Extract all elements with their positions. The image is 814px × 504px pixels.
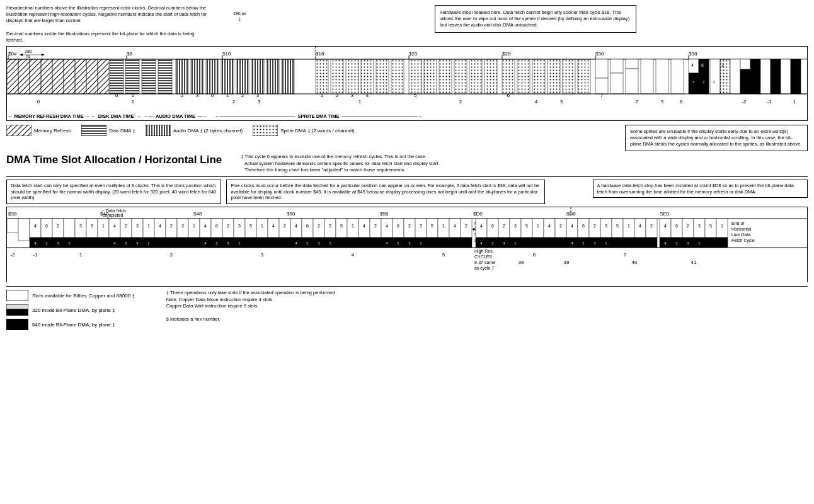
svg-text:5: 5 <box>249 224 252 228</box>
svg-rect-225 <box>256 238 268 248</box>
svg-text:38: 38 <box>519 260 524 265</box>
svg-rect-228 <box>290 219 302 238</box>
svg-rect-358 <box>705 219 716 238</box>
svg-text:280: 280 <box>25 49 32 54</box>
svg-rect-360 <box>716 219 728 238</box>
svg-rect-31 <box>64 59 75 94</box>
svg-text:1: 1 <box>79 252 83 258</box>
svg-rect-43 <box>206 59 219 94</box>
legend-memory: Memory Refresh <box>6 125 71 136</box>
svg-text:2: 2 <box>374 224 377 228</box>
svg-rect-180 <box>154 219 166 238</box>
svg-rect-238 <box>347 219 358 238</box>
svg-rect-102 <box>750 59 760 94</box>
svg-rect-174 <box>120 219 132 238</box>
svg-rect-234 <box>324 219 336 238</box>
svg-rect-105 <box>781 59 791 94</box>
svg-text:8-37 same: 8-37 same <box>474 260 495 265</box>
svg-rect-326 <box>589 219 600 238</box>
svg-text:5: 5 <box>525 224 528 228</box>
svg-text:3: 3 <box>79 224 82 228</box>
svg-rect-87 <box>656 59 668 94</box>
svg-rect-72 <box>578 59 590 94</box>
svg-text:6: 6 <box>507 93 510 98</box>
top-left-note-text1: Hexadecimal numbers above the illustrati… <box>6 5 208 24</box>
svg-rect-370 <box>705 238 716 248</box>
svg-rect-34 <box>98 59 109 94</box>
svg-rect-260 <box>404 219 415 238</box>
svg-text:3: 3 <box>261 252 264 258</box>
svg-rect-46 <box>251 59 264 94</box>
svg-rect-147 <box>18 219 30 241</box>
svg-rect-294 <box>498 219 510 238</box>
svg-rect-65 <box>469 59 482 94</box>
bottom-legend-section: Slots available for Blitter, Copper and … <box>6 286 808 330</box>
svg-text:$10: $10 <box>222 51 231 57</box>
svg-text:3: 3 <box>256 93 260 98</box>
svg-rect-150 <box>41 219 52 238</box>
svg-text:$20: $20 <box>409 51 418 57</box>
svg-rect-26 <box>7 59 18 94</box>
svg-text:5: 5 <box>431 224 433 228</box>
svg-text:1: 1 <box>628 224 630 228</box>
svg-rect-206 <box>234 219 245 238</box>
svg-text:1: 1 <box>226 93 229 98</box>
ruler-label-0: $0# <box>8 51 17 57</box>
svg-rect-56 <box>331 59 343 94</box>
diagram-title: DMA Time Slot Allocation / Horizontal Li… <box>6 154 222 166</box>
svg-text:2: 2 <box>232 99 236 105</box>
svg-text:2: 2 <box>687 224 689 228</box>
svg-text:3: 3 <box>196 93 199 98</box>
svg-text:2: 2 <box>465 224 467 228</box>
svg-rect-178 <box>143 219 154 238</box>
svg-rect-127 <box>81 125 106 136</box>
svg-rect-350 <box>660 219 671 238</box>
svg-rect-328 <box>600 219 612 238</box>
top-right-note: Hardware stop installed here. Data fetch… <box>435 5 636 33</box>
bottom-legend-footnotes: ‡ These operations only take slots if th… <box>166 290 335 323</box>
svg-text:3: 3 <box>514 224 517 228</box>
svg-text:1: 1 <box>321 93 324 98</box>
svg-rect-300 <box>532 219 544 238</box>
top-left-note: Hexadecimal numbers above the illustrati… <box>6 5 208 43</box>
svg-rect-316 <box>544 238 555 248</box>
svg-rect-392 <box>6 309 28 316</box>
svg-text:6: 6 <box>582 224 585 228</box>
svg-text:3: 3 <box>351 93 354 98</box>
svg-rect-393 <box>6 319 28 330</box>
svg-rect-172 <box>109 219 120 238</box>
svg-text:4: 4 <box>113 224 116 228</box>
svg-text:$28: $28 <box>502 51 511 57</box>
page: Hexadecimal numbers above the illustrati… <box>0 0 814 335</box>
svg-text:3: 3 <box>238 224 241 228</box>
svg-rect-292 <box>487 219 498 238</box>
svg-text:0: 0 <box>211 93 214 98</box>
svg-text:40: 40 <box>632 260 638 265</box>
svg-rect-314 <box>521 238 532 248</box>
svg-rect-346 <box>612 238 623 248</box>
svg-rect-68 <box>517 59 530 94</box>
svg-rect-157 <box>86 219 98 238</box>
svg-rect-155 <box>75 219 86 238</box>
svg-rect-317 <box>555 238 566 248</box>
svg-text:Fetch Cycle: Fetch Cycle <box>731 238 755 243</box>
svg-rect-59 <box>376 59 389 94</box>
svg-rect-330 <box>612 219 623 238</box>
svg-text:2: 2 <box>227 224 229 228</box>
svg-text:-2: -2 <box>742 99 747 105</box>
svg-rect-37 <box>142 59 156 94</box>
svg-rect-148 <box>30 219 41 238</box>
svg-rect-354 <box>682 219 694 238</box>
svg-rect-266 <box>438 219 449 238</box>
top-left-note-text2: Decimal numbers inside the illustrations… <box>6 31 208 43</box>
svg-text:2: 2 <box>650 224 653 228</box>
svg-rect-202 <box>211 219 222 238</box>
svg-rect-240 <box>358 219 370 238</box>
svg-rect-212 <box>268 219 279 238</box>
svg-rect-230 <box>302 219 313 238</box>
svg-rect-242 <box>370 219 381 238</box>
svg-rect-71 <box>563 59 575 94</box>
memory-dma-label: ← MEMORY REFRESH DMA TIME → <box>8 113 89 119</box>
svg-text:5: 5 <box>91 224 93 228</box>
legend-640mode: 640 mode Bit-Plane DMA, by plane ‡ <box>6 319 135 330</box>
